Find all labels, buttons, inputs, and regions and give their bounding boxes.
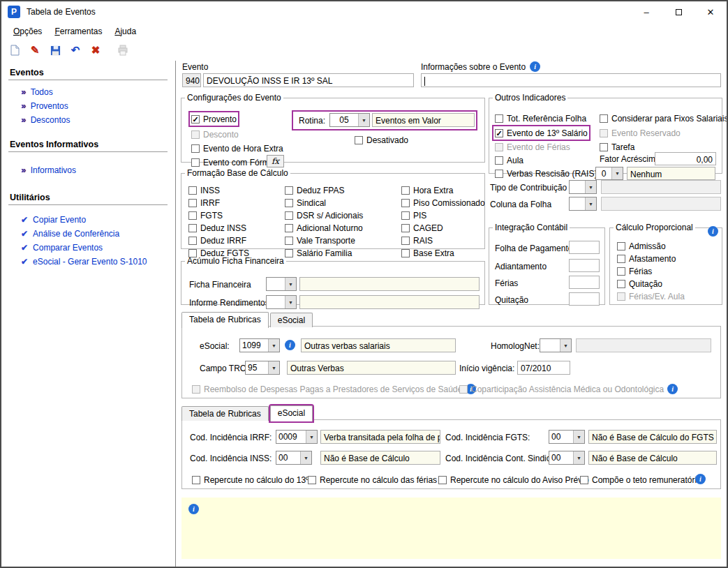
checkbox-sindical[interactable]: Sindical (285, 197, 326, 208)
tab1-esocial[interactable]: eSocial (270, 313, 313, 327)
checkbox-pis[interactable]: PIS (401, 210, 426, 221)
minimize-button[interactable]: – (630, 1, 662, 22)
checkbox-admissao[interactable]: Admissão (617, 241, 666, 251)
toolbar: ✎ ↶ ✖ (1, 40, 727, 60)
checkbox-prop-ferias[interactable]: Férias (617, 266, 652, 276)
sidebar-item-comparar-eventos[interactable]: ✔ Comparar Eventos (21, 243, 103, 253)
verbas-rescisao-combo[interactable]: 0 ▼ (595, 167, 623, 180)
coluna-folha-combo[interactable]: ▼ (569, 197, 597, 211)
tab2-esocial[interactable]: eSocial (270, 405, 313, 421)
edit-icon[interactable]: ✎ (27, 43, 43, 58)
chevron-down-icon[interactable]: ▼ (585, 197, 596, 210)
new-icon[interactable] (7, 43, 22, 58)
informe-rendimentos-combo[interactable]: ▼ (266, 295, 297, 309)
tab2-tabela-de-rubricas[interactable]: Tabela de Rubricas (181, 406, 269, 421)
campo-trct-combo[interactable]: 95 ▼ (245, 361, 280, 375)
esocial-combo[interactable]: 1099 ▼ (239, 338, 280, 352)
inicio-vigencia-field[interactable]: 07/2010 (517, 361, 570, 375)
checkbox-adicional-noturno[interactable]: Adicional Noturno (285, 223, 363, 233)
sidebar-item-copiar-evento[interactable]: ✔ Copiar Evento (21, 215, 86, 225)
checkbox-tarefa[interactable]: Tarefa (600, 142, 634, 152)
checkbox-piso-comissionado[interactable]: Piso Comissionado (401, 197, 485, 208)
checkbox-deduz-inss[interactable]: Deduz INSS (188, 223, 246, 233)
info-icon[interactable]: i (285, 340, 295, 350)
checkbox-verbas-rescisao-rais[interactable]: Verbas Rescisão (RAIS) (495, 168, 597, 179)
checkbox-box (188, 199, 197, 207)
tab1-tabela-de-rubricas[interactable]: Tabela de Rubricas (181, 312, 269, 328)
checkbox-compoe-teto[interactable]: Compõe o teto remuneratório (580, 474, 701, 485)
chevron-down-icon[interactable]: ▼ (358, 114, 369, 126)
sidebar-item-descontos[interactable]: » Descontos (21, 115, 70, 125)
rubricas-tabpage-1: eSocial: 1099 ▼ i Outras verbas salariai… (181, 326, 721, 398)
checkbox-aula[interactable]: Aula (495, 155, 523, 165)
chevron-down-icon[interactable]: ▼ (285, 278, 296, 290)
chevron-down-icon[interactable]: ▼ (573, 431, 584, 443)
chevron-down-icon[interactable]: ▼ (306, 431, 317, 443)
checkbox-fgts[interactable]: FGTS (188, 210, 223, 221)
info-icon[interactable]: i (188, 504, 199, 514)
chevron-down-icon[interactable]: ▼ (560, 339, 571, 352)
maximize-button[interactable] (662, 1, 694, 22)
sidebar-item-proventos[interactable]: » Proventos (21, 101, 68, 111)
formula-fx-button[interactable]: fx (267, 155, 284, 167)
cod-incidencia-sindical-combo[interactable]: 00 ▼ (549, 451, 585, 465)
checkbox-considerar-fixos[interactable]: Considerar para Fixos Salariais (600, 113, 728, 124)
sidebar-item-todos[interactable]: » Todos (21, 87, 53, 97)
rotina-combo[interactable]: 05 ▼ (329, 113, 370, 127)
checkbox-deduz-fpas[interactable]: Deduz FPAS (285, 185, 344, 195)
informacoes-input[interactable] (421, 73, 721, 87)
menu-ferramentas[interactable]: Ferramentas (48, 24, 108, 38)
cod-incidencia-irrf-combo[interactable]: 0009 ▼ (276, 430, 318, 444)
chevron-down-icon[interactable]: ▼ (268, 361, 279, 374)
checkbox-inss[interactable]: INSS (188, 185, 220, 195)
menu-opcoes[interactable]: Opções (7, 24, 48, 38)
checkbox-repercute-ferias[interactable]: Repercute no cálculo das férias (308, 474, 437, 485)
chevron-down-icon[interactable]: ▼ (268, 339, 279, 352)
cod-incidencia-fgts-combo[interactable]: 00 ▼ (549, 430, 585, 444)
checkbox-hora-extra[interactable]: Hora Extra (401, 185, 453, 195)
checkbox-irrf[interactable]: IRRF (188, 197, 220, 208)
chevron-down-icon[interactable]: ▼ (585, 181, 596, 193)
info-icon[interactable]: i (530, 61, 540, 72)
fator-acrescimo-field[interactable]: 0,00 (655, 152, 716, 165)
evento-description-field[interactable]: DEVOLUÇÃO INSS E IR 13º SAL (203, 73, 414, 87)
checkbox-desativado[interactable]: Desativado (355, 135, 408, 145)
checkbox-dsr-adicionais[interactable]: DSR s/ Adicionais (285, 210, 363, 221)
save-icon[interactable] (47, 43, 63, 58)
checkbox-repercute-13[interactable]: Repercute no cálculo do 13º (192, 474, 309, 485)
checkbox-deduz-irrf[interactable]: Deduz IRRF (188, 235, 246, 246)
folha-pagamento-field[interactable] (569, 241, 600, 254)
checkbox-repercute-aviso-previo[interactable]: Repercute no cálculo do Aviso Prévio (438, 474, 589, 485)
ficha-financeira-combo[interactable]: ▼ (266, 277, 297, 291)
delete-icon[interactable]: ✖ (88, 43, 103, 58)
checkbox-vale-transporte[interactable]: Vale Transporte (285, 235, 355, 246)
menu-ajuda[interactable]: Ajuda (108, 24, 142, 38)
adiantamento-field[interactable] (569, 259, 600, 272)
checkbox-evento-hora-extra[interactable]: Evento de Hora Extra (191, 143, 283, 154)
sidebar-item-analise-conferencia[interactable]: ✔ Análise de Conferência (21, 229, 119, 239)
sidebar-item-esocial-s1010[interactable]: ✔ eSocial - Gerar Evento S-1010 (21, 257, 147, 267)
checkbox-afastamento[interactable]: Afastamento (617, 253, 676, 264)
checkbox-caged[interactable]: CAGED (401, 223, 443, 233)
checkbox-tot-referencia-folha[interactable]: Tot. Referência Folha (495, 113, 586, 124)
chevron-down-icon[interactable]: ▼ (611, 167, 623, 179)
info-icon[interactable]: i (708, 226, 718, 237)
tipo-contribuicao-combo[interactable]: ▼ (569, 180, 597, 194)
chevron-down-icon[interactable]: ▼ (573, 451, 584, 464)
chevron-down-icon[interactable]: ▼ (300, 451, 311, 464)
chevron-down-icon[interactable]: ▼ (285, 296, 296, 308)
sidebar-item-informativos[interactable]: » Informativos (21, 165, 76, 175)
checkbox-provento[interactable]: Provento (191, 114, 237, 124)
quitacao-field[interactable] (569, 292, 600, 306)
checkbox-rais[interactable]: RAIS (401, 235, 433, 246)
homolognet-combo[interactable]: ▼ (540, 338, 572, 352)
cod-incidencia-inss-combo[interactable]: 00 ▼ (276, 451, 312, 465)
close-button[interactable]: ✕ (694, 1, 727, 22)
ferias-field[interactable] (569, 276, 600, 289)
checkbox-evento-13-salario[interactable]: Evento de 13º Salário (495, 128, 588, 138)
info-icon[interactable]: i (695, 474, 706, 484)
checkbox-prop-quitacao[interactable]: Quitação (617, 278, 662, 289)
info-icon[interactable]: i (667, 384, 678, 394)
undo-icon[interactable]: ↶ (68, 43, 83, 58)
checkbox-label: Considerar para Fixos Salariais (611, 114, 728, 124)
